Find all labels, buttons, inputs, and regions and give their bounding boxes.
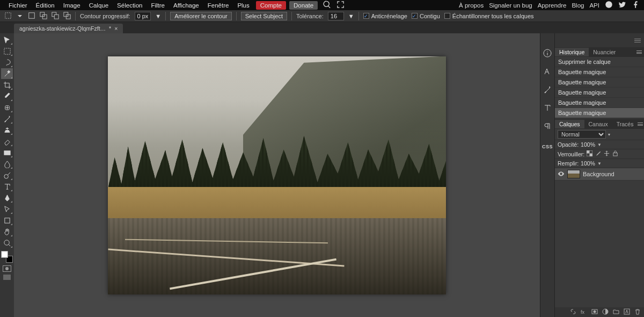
delete-layer-icon[interactable] <box>634 308 641 316</box>
dodge-tool[interactable] <box>1 170 13 181</box>
move-tool[interactable] <box>1 34 13 45</box>
gradient-tool[interactable] <box>1 147 13 158</box>
crop-tool[interactable] <box>1 80 13 90</box>
text-panel-icon[interactable] <box>543 103 552 113</box>
fill-dropdown-icon[interactable]: ▼ <box>597 161 602 166</box>
menu-layer[interactable]: Calque <box>85 1 113 10</box>
menu-view[interactable]: Affichage <box>169 1 203 10</box>
new-layer-icon[interactable] <box>624 308 630 316</box>
zoom-tool[interactable] <box>1 237 13 248</box>
marquee-tool[interactable] <box>1 46 13 56</box>
clone-stamp-tool[interactable] <box>1 125 13 135</box>
css-panel-icon[interactable]: CSS <box>542 144 553 149</box>
opt-sub-selection-icon[interactable] <box>52 12 59 20</box>
brush-tool[interactable] <box>1 113 13 124</box>
layer-name[interactable]: Background <box>583 171 614 177</box>
layer-fx-icon[interactable]: fx <box>581 308 587 316</box>
history-item[interactable]: Baguette magique <box>555 67 644 77</box>
tab-swatches[interactable]: Nuancier <box>589 48 620 56</box>
link-learn[interactable]: Apprendre <box>538 2 567 9</box>
eyedropper-tool[interactable] <box>1 91 13 102</box>
tolerance-input[interactable]: 16 <box>328 12 344 20</box>
menu-donate[interactable]: Donate <box>289 1 318 10</box>
history-item[interactable]: Baguette magique <box>555 98 644 108</box>
opt-intersect-selection-icon[interactable] <box>63 12 71 20</box>
canvas[interactable] <box>108 56 446 294</box>
close-tab-icon[interactable]: × <box>114 25 118 32</box>
paragraph-panel-icon[interactable] <box>543 121 552 131</box>
rect-select-icon[interactable] <box>4 12 12 20</box>
opt-new-selection-icon[interactable] <box>28 12 35 20</box>
layer-group-icon[interactable] <box>613 308 619 316</box>
type-tool[interactable] <box>1 181 13 192</box>
feather-dropdown-icon[interactable]: ▼ <box>155 13 161 19</box>
menu-more[interactable]: Plus <box>233 1 253 10</box>
menu-account[interactable]: Compte <box>256 1 286 10</box>
fill-value[interactable]: 100% <box>581 160 595 167</box>
search-icon[interactable] <box>323 1 331 10</box>
path-select-tool[interactable] <box>1 204 13 214</box>
antialias-checkbox[interactable]: ✓Anticrénelage <box>363 13 407 19</box>
blend-mode-select[interactable]: Normal <box>558 130 606 139</box>
screen-mode-toggle[interactable] <box>3 275 11 280</box>
refine-edge-button[interactable]: Améliorer le contour <box>170 12 231 20</box>
facebook-icon[interactable] <box>632 1 640 10</box>
menu-select[interactable]: Sélection <box>113 1 147 10</box>
color-swatches[interactable] <box>1 251 13 263</box>
info-panel-icon[interactable] <box>543 48 552 58</box>
lock-pixels-icon[interactable] <box>595 150 601 157</box>
layers-panel-menu-icon[interactable] <box>638 123 643 126</box>
panel-drag-handle[interactable] <box>555 33 644 47</box>
opt-add-selection-icon[interactable] <box>40 12 47 20</box>
brush-panel-icon[interactable] <box>543 85 552 95</box>
tab-history[interactable]: Historique <box>555 48 589 56</box>
reddit-icon[interactable] <box>605 1 613 10</box>
eraser-tool[interactable] <box>1 136 13 147</box>
healing-brush-tool[interactable] <box>1 102 13 113</box>
fullscreen-icon[interactable] <box>336 1 345 10</box>
blur-tool[interactable] <box>1 158 13 169</box>
opacity-value[interactable]: 100% <box>581 141 595 148</box>
menu-filter[interactable]: Filtre <box>147 1 169 10</box>
tab-paths[interactable]: Tracés <box>612 120 638 128</box>
quick-mask-toggle[interactable] <box>3 265 11 272</box>
character-panel-icon[interactable] <box>543 67 552 76</box>
layer-row[interactable]: Background <box>555 168 644 181</box>
tolerance-dropdown-icon[interactable]: ▼ <box>348 13 354 19</box>
blend-mode-dropdown-icon[interactable]: ▾ <box>608 132 610 137</box>
menu-window[interactable]: Fenêtre <box>203 1 233 10</box>
layer-mask-icon[interactable] <box>591 308 598 316</box>
sample-all-checkbox[interactable]: Échantillonner tous les calques <box>444 13 534 19</box>
contiguous-checkbox[interactable]: ✓Contigu <box>412 13 440 19</box>
lasso-tool[interactable] <box>1 57 13 68</box>
link-blog[interactable]: Blog <box>572 2 584 9</box>
layer-thumbnail[interactable] <box>567 170 580 178</box>
link-about[interactable]: À propos <box>459 2 484 9</box>
pen-tool[interactable] <box>1 192 13 203</box>
tab-layers[interactable]: Calques <box>555 120 584 128</box>
foreground-color-swatch[interactable] <box>1 251 8 258</box>
lock-position-icon[interactable] <box>604 150 610 157</box>
options-mode-dropdown[interactable] <box>16 12 24 20</box>
history-item[interactable]: Baguette magique <box>555 77 644 88</box>
lock-transparency-icon[interactable] <box>587 150 592 157</box>
layer-visibility-icon[interactable] <box>558 170 565 178</box>
magic-wand-tool[interactable] <box>1 68 13 79</box>
menu-image[interactable]: Image <box>59 1 85 10</box>
history-item[interactable]: Baguette magique <box>555 88 644 98</box>
tab-channels[interactable]: Canaux <box>584 120 612 128</box>
hand-tool[interactable] <box>1 226 13 237</box>
link-api[interactable]: API <box>589 2 599 9</box>
opacity-dropdown-icon[interactable]: ▼ <box>597 142 602 147</box>
select-subject-button[interactable]: Select Subject <box>241 12 287 20</box>
feather-input[interactable]: 0 px <box>135 12 151 20</box>
canvas-area[interactable] <box>14 33 540 317</box>
history-item[interactable]: Baguette magique <box>555 108 644 118</box>
history-item[interactable]: Supprimer le calque <box>555 57 644 67</box>
document-tab[interactable]: agnieszka-stankiewicz-QlqmFzft… * × <box>14 24 123 33</box>
link-bug[interactable]: Signaler un bug <box>489 2 532 9</box>
menu-edit[interactable]: Édition <box>32 1 59 10</box>
twitter-icon[interactable] <box>618 1 626 10</box>
link-layers-icon[interactable] <box>570 308 576 316</box>
lock-all-icon[interactable] <box>612 150 618 157</box>
